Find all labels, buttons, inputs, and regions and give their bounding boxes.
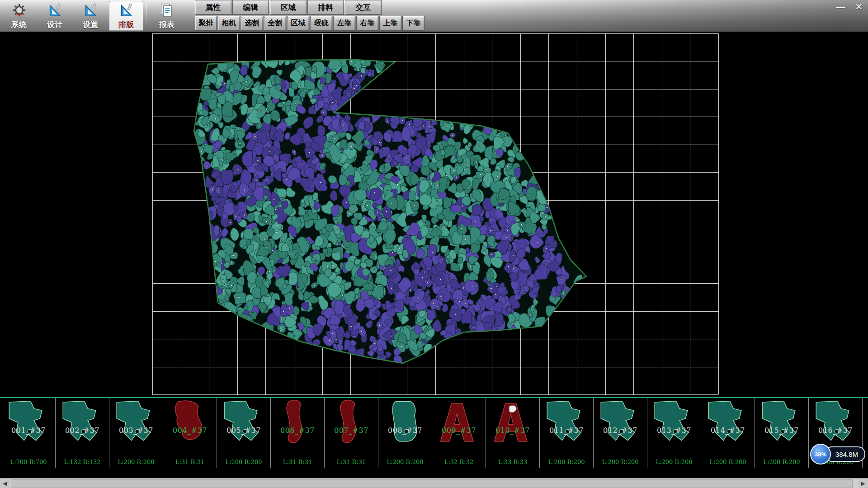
horizontal-scrollbar[interactable]: ◄ ►: [0, 478, 868, 488]
piece-label: 013_#37: [647, 426, 701, 435]
piece-shape: [165, 399, 214, 446]
piece-shape: [57, 399, 107, 446]
piece-lr-count: L:200 R:200: [701, 459, 755, 465]
piece-lr-count: L:200 R:200: [755, 459, 808, 465]
piece-lr-count: L:200 R:200: [594, 459, 647, 465]
piece-lr-count: L:700 R:700: [2, 459, 55, 465]
tool-button-9[interactable]: 上靠: [379, 16, 401, 31]
piece-thumbnail-006_#37[interactable]: 006_#37L:31 R:31: [271, 398, 325, 468]
app-button-5[interactable]: 报表: [150, 1, 184, 31]
tool-button-10[interactable]: 下靠: [402, 16, 425, 31]
close-button[interactable]: ✕: [855, 2, 863, 12]
app-button-3[interactable]: 设置: [73, 1, 108, 31]
app-button-4[interactable]: 排版: [109, 1, 143, 31]
piece-label: 007_#37: [325, 426, 378, 435]
piece-label: 003_#37: [109, 426, 163, 435]
tool-button-row: 聚排相机选割全割区域瑕疵左靠右靠上靠下靠: [195, 16, 425, 31]
piece-label: 011_#37: [540, 426, 593, 435]
window-controls: — ✕: [836, 2, 863, 12]
tool-button-1[interactable]: 聚排: [195, 16, 217, 31]
nesting-canvas[interactable]: [0, 32, 868, 397]
piece-lr-count: L:31 R:31: [271, 459, 324, 465]
progress-percent-badge: 38%: [810, 444, 831, 465]
piece-lr-count: L:33 R:33: [486, 459, 539, 465]
piece-lr-count: L:32 R:32: [432, 459, 486, 465]
piece-thumbnail-007_#37[interactable]: 007_#37L:31 R:31: [325, 398, 378, 468]
tool-button-4[interactable]: 全割: [264, 16, 286, 31]
nest-icon: [119, 2, 133, 19]
piece-thumbnail-012_#37[interactable]: 012_#37L:200 R:200: [594, 398, 647, 468]
tool-button-2[interactable]: 相机: [218, 16, 240, 31]
app-button-label: 系统: [11, 19, 27, 30]
piece-thumbnail-015_#37[interactable]: 015_#37L:200 R:200: [755, 398, 809, 468]
tool-button-5[interactable]: 区域: [287, 16, 309, 31]
report-icon: [160, 2, 174, 19]
scroll-left-arrow-icon[interactable]: ◄: [0, 479, 10, 488]
piece-label: 014_#37: [701, 426, 755, 435]
piece-label: 012_#37: [594, 426, 647, 435]
piece-thumbnail-002_#37[interactable]: 002_#37L:132 R:132: [56, 398, 109, 468]
tool-button-8[interactable]: 右靠: [356, 16, 378, 31]
app-button-label: 设计: [47, 19, 62, 30]
piece-thumbnail-strip: 001_#37L:700 R:700002_#37L:132 R:132003_…: [0, 397, 868, 468]
app-button-2[interactable]: 设计: [38, 1, 72, 31]
app-button-label: 报表: [159, 19, 175, 30]
piece-shape: [380, 399, 429, 446]
piece-thumbnail-013_#37[interactable]: 013_#37L:200 R:200: [647, 398, 701, 468]
design-icon: [47, 2, 62, 19]
piece-label: 006_#37: [271, 426, 324, 435]
scroll-right-arrow-icon[interactable]: ►: [858, 479, 868, 488]
menu-tab-5[interactable]: 交互: [345, 0, 382, 15]
piece-shape: [111, 399, 160, 446]
piece-thumbnail-005_#37[interactable]: 005_#37L:200 R:200: [217, 398, 271, 468]
tool-button-6[interactable]: 瑕疵: [310, 16, 332, 31]
piece-thumbnail-001_#37[interactable]: 001_#37L:700 R:700: [2, 398, 56, 468]
piece-shape: [326, 399, 376, 446]
minimize-button[interactable]: —: [836, 2, 845, 12]
tool-button-3[interactable]: 选割: [241, 16, 263, 31]
app-button-group: 系统设计设置排版报表: [0, 0, 186, 32]
toolbar-divider: [146, 3, 147, 28]
menu-tab-row: 属性编辑区域排料交互: [195, 0, 425, 15]
scrollbar-thumb[interactable]: [11, 479, 853, 488]
piece-thumbnail-009_#37[interactable]: 009_#37L:32 R:32: [432, 398, 486, 468]
piece-shape: [703, 399, 752, 446]
nesting-work-area[interactable]: [0, 32, 868, 397]
piece-shape: [756, 399, 806, 446]
tool-button-7[interactable]: 左靠: [333, 16, 355, 31]
menu-tab-2[interactable]: 编辑: [232, 0, 269, 15]
ribbon: 属性编辑区域排料交互 聚排相机选割全割区域瑕疵左靠右靠上靠下靠: [195, 0, 425, 32]
piece-shape: [3, 399, 53, 446]
piece-shape: [864, 399, 868, 446]
piece-lr-count: L:200 R:200: [217, 459, 270, 465]
piece-shape: [218, 399, 268, 446]
piece-thumbnail-008_#37[interactable]: 008_#37L:200 R:200: [378, 398, 432, 468]
menu-tab-3[interactable]: 区域: [270, 0, 307, 15]
top-toolbar: 系统设计设置排版报表 属性编辑区域排料交互 聚排相机选割全割区域瑕疵左靠右靠上靠…: [0, 0, 868, 32]
piece-thumbnail-011_#37[interactable]: 011_#37L:200 R:200: [540, 398, 594, 468]
piece-lr-count: L:200 R:200: [540, 459, 593, 465]
piece-shape: [487, 399, 537, 446]
menu-tab-4[interactable]: 排料: [307, 0, 344, 15]
app-button-1[interactable]: 系统: [2, 1, 36, 31]
piece-lr-count: L:132 R:132: [56, 459, 109, 465]
piece-thumbnail-010_#37[interactable]: 010_#37L:33 R:33: [486, 398, 540, 468]
piece-lr-count: L:200 R:200: [378, 459, 432, 465]
menu-tab-1[interactable]: 属性: [195, 0, 231, 15]
piece-thumbnail-014_#37[interactable]: 014_#37L:200 R:200: [701, 398, 755, 468]
app-button-label: 排版: [118, 19, 134, 30]
piece-shape: [649, 399, 698, 446]
piece-label: 015_#37: [755, 426, 808, 435]
app-button-label: 设置: [83, 19, 98, 30]
piece-label: 016_#37: [809, 426, 862, 435]
piece-label: 001_#37: [2, 426, 55, 435]
piece-thumbnail-004_#37[interactable]: 004_#37L:31 R:31: [163, 398, 217, 468]
piece-shape: [434, 399, 483, 446]
piece-lr-count: L:200 R:200: [109, 459, 163, 465]
status-badge: 38% 384.8M: [810, 444, 865, 465]
setup-icon: [83, 2, 98, 19]
gear-icon: [12, 2, 27, 19]
piece-thumbnail-003_#37[interactable]: 003_#37L:200 R:200: [109, 398, 163, 468]
piece-shape: [541, 399, 591, 446]
piece-label: 010_#37: [486, 426, 539, 435]
